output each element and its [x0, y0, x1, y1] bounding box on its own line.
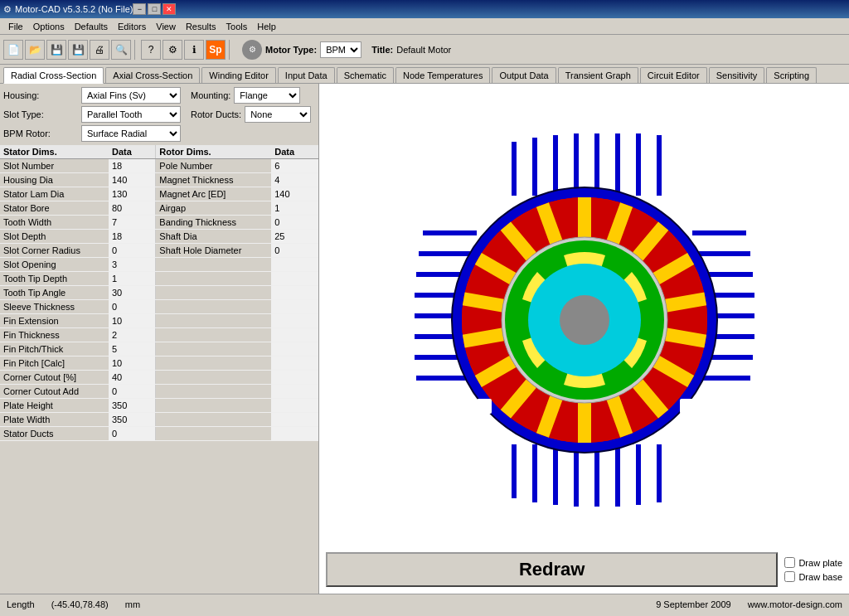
- new-button[interactable]: 📄: [3, 40, 23, 60]
- stator-dim-name: Housing Dia: [0, 173, 109, 187]
- stator-dim-name: Corner Cutout [%]: [0, 371, 109, 385]
- separator2: [229, 40, 232, 60]
- rotor-dim-value[interactable]: [271, 342, 318, 357]
- rotor-dim-name: [156, 399, 271, 413]
- tab-sensitivity[interactable]: Sensitivity: [709, 67, 765, 83]
- rotor-dim-value[interactable]: [271, 399, 318, 413]
- rotor-dim-value[interactable]: [271, 413, 318, 427]
- stator-dim-value[interactable]: 0: [109, 300, 156, 314]
- tab-output-data[interactable]: Output Data: [492, 67, 555, 83]
- save-as-button[interactable]: 💾: [68, 40, 88, 60]
- stator-dim-value[interactable]: 140: [109, 173, 156, 187]
- tab-axial-cross-section[interactable]: Axial Cross-Section: [105, 67, 200, 83]
- rotor-dim-name: [156, 272, 271, 286]
- tab-scripting[interactable]: Scripting: [766, 67, 817, 83]
- rotor-ducts-select[interactable]: None Circular Rectangular: [245, 106, 311, 123]
- rotor-dim-name: Magnet Thickness: [156, 173, 271, 187]
- toolbar: 📄 📂 💾 💾 🖨 🔍 ? ⚙ ℹ Sp ⚙ Motor Type: BPM T…: [0, 35, 849, 65]
- stator-dim-value[interactable]: 7: [109, 216, 156, 230]
- menu-help[interactable]: Help: [252, 20, 281, 33]
- menu-file[interactable]: File: [3, 20, 28, 33]
- rotor-dim-value[interactable]: [271, 286, 318, 300]
- rotor-dim-value[interactable]: [271, 427, 318, 441]
- stator-dim-value[interactable]: 2: [109, 328, 156, 342]
- help-button[interactable]: ?: [141, 40, 161, 60]
- table-row: Fin Thickness2: [0, 328, 318, 342]
- stator-dim-value[interactable]: 40: [109, 371, 156, 385]
- preview-button[interactable]: 🔍: [111, 40, 131, 60]
- stator-dim-value[interactable]: 18: [109, 230, 156, 244]
- statusbar: Length (-45.40,78.48) mm 9 September 200…: [0, 594, 849, 614]
- stator-dim-value[interactable]: 18: [109, 159, 156, 173]
- rotor-dim-value[interactable]: [271, 300, 318, 314]
- stator-dim-value[interactable]: 30: [109, 286, 156, 300]
- rotor-dim-value[interactable]: [271, 314, 318, 328]
- tab-transient-graph[interactable]: Transient Graph: [558, 67, 638, 83]
- tab-input-data[interactable]: Input Data: [278, 67, 335, 83]
- rotor-dim-value[interactable]: 140: [271, 187, 318, 201]
- stator-dim-value[interactable]: 0: [109, 385, 156, 399]
- menubar: File Options Defaults Editors View Resul…: [0, 18, 849, 35]
- print-button[interactable]: 🖨: [90, 40, 109, 60]
- menu-results[interactable]: Results: [181, 20, 221, 33]
- rotor-dim-value[interactable]: [271, 328, 318, 342]
- stator-dim-value[interactable]: 0: [109, 427, 156, 441]
- svg-rect-63: [680, 399, 695, 414]
- save-button[interactable]: 💾: [46, 40, 66, 60]
- menu-options[interactable]: Options: [28, 20, 70, 33]
- tab-schematic[interactable]: Schematic: [337, 67, 394, 83]
- tab-node-temperatures[interactable]: Node Temperatures: [395, 67, 490, 83]
- menu-defaults[interactable]: Defaults: [70, 20, 113, 33]
- stator-dim-value[interactable]: 350: [109, 413, 156, 427]
- settings-button[interactable]: ⚙: [163, 40, 182, 60]
- draw-base-checkbox[interactable]: [784, 571, 795, 582]
- bpm-rotor-row: BPM Rotor: Surface Radial Interior Radia…: [3, 125, 315, 142]
- table-row: Fin Pitch [Calc]10: [0, 357, 318, 371]
- controls-area: Housing: Axial Fins (Sv) None Water Jack…: [0, 84, 318, 145]
- length-section: Length: [7, 599, 35, 609]
- minimize-button[interactable]: −: [133, 3, 146, 15]
- stator-dim-value[interactable]: 5: [109, 342, 156, 357]
- rotor-dim-value[interactable]: 0: [271, 244, 318, 258]
- bpm-rotor-select[interactable]: Surface Radial Interior Radial: [81, 125, 181, 142]
- stator-dim-value[interactable]: 10: [109, 314, 156, 328]
- rotor-dim-value[interactable]: 1: [271, 201, 318, 216]
- rotor-dim-value[interactable]: [271, 385, 318, 399]
- slot-type-select[interactable]: Parallel Tooth Parallel Slot Round: [81, 106, 181, 123]
- maximize-button[interactable]: □: [148, 3, 161, 15]
- rotor-dim-value[interactable]: [271, 272, 318, 286]
- tab-radial-cross-section[interactable]: Radial Cross-Section: [3, 67, 104, 84]
- rotor-dim-value[interactable]: [271, 371, 318, 385]
- stator-dim-value[interactable]: 10: [109, 357, 156, 371]
- titlebar: ⚙ Motor-CAD v5.3.5.2 (No File) − □ ✕: [0, 0, 849, 18]
- draw-plate-checkbox[interactable]: [784, 557, 795, 568]
- info-button[interactable]: ℹ: [184, 40, 204, 60]
- script-button[interactable]: Sp: [206, 40, 226, 60]
- mounting-select[interactable]: Flange Foot: [234, 87, 300, 104]
- stator-dim-value[interactable]: 0: [109, 244, 156, 258]
- stator-dim-value[interactable]: 350: [109, 399, 156, 413]
- stator-dim-value[interactable]: 130: [109, 187, 156, 201]
- rotor-dim-value[interactable]: 4: [271, 173, 318, 187]
- housing-select[interactable]: Axial Fins (Sv) None Water Jacket: [81, 87, 181, 104]
- rotor-dim-value[interactable]: 0: [271, 216, 318, 230]
- close-button[interactable]: ✕: [163, 3, 176, 15]
- rotor-dim-value[interactable]: 25: [271, 230, 318, 244]
- stator-dim-value[interactable]: 1: [109, 272, 156, 286]
- menu-view[interactable]: View: [151, 20, 181, 33]
- main: Housing: Axial Fins (Sv) None Water Jack…: [0, 84, 849, 594]
- menu-tools[interactable]: Tools: [221, 20, 253, 33]
- stator-dim-value[interactable]: 80: [109, 201, 156, 216]
- rotor-dim-value[interactable]: 6: [271, 159, 318, 173]
- redraw-button[interactable]: Redraw: [326, 552, 778, 587]
- rotor-dim-name: [156, 427, 271, 441]
- rotor-dim-value[interactable]: [271, 357, 318, 371]
- motor-type-select[interactable]: BPM: [320, 41, 361, 58]
- menu-editors[interactable]: Editors: [113, 20, 151, 33]
- rotor-dim-value[interactable]: [271, 258, 318, 272]
- open-button[interactable]: 📂: [25, 40, 45, 60]
- stator-dim-name: Slot Number: [0, 159, 109, 173]
- tab-winding-editor[interactable]: Winding Editor: [201, 67, 276, 83]
- stator-dim-value[interactable]: 3: [109, 258, 156, 272]
- tab-circuit-editor[interactable]: Circuit Editor: [640, 67, 707, 83]
